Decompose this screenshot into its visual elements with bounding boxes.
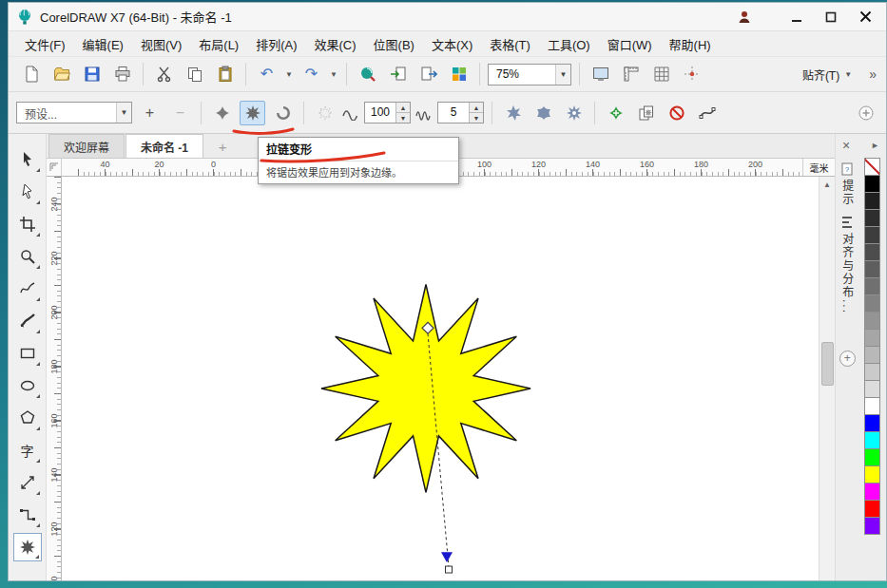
zoom-dropdown-arrow[interactable]: ▼ [555,65,570,85]
menu-item[interactable]: 工具(O) [539,31,599,57]
quick-customize-button[interactable] [853,101,878,125]
freehand-tool[interactable] [13,275,42,303]
menu-item[interactable]: 窗口(W) [599,31,661,57]
menu-item[interactable]: 效果(C) [306,31,365,57]
color-swatch[interactable] [864,260,880,278]
scrollbar-thumb[interactable] [821,342,834,386]
crop-tool[interactable] [13,210,42,238]
menu-item[interactable]: 视图(V) [132,31,190,57]
zoom-level-combobox[interactable]: 75% ▼ [488,64,571,85]
color-swatch[interactable] [864,500,880,518]
no-color-swatch[interactable] [864,158,880,176]
color-swatch[interactable] [864,380,880,398]
push-pull-distortion-button[interactable] [209,101,235,125]
menu-item[interactable]: 文件(F) [16,31,74,57]
color-swatch[interactable] [864,175,880,193]
show-rulers-button[interactable] [618,62,644,86]
pick-tool[interactable] [13,145,42,174]
menu-item[interactable]: 编辑(E) [74,31,132,57]
docker-close-button[interactable]: × [842,138,850,153]
color-swatch[interactable] [864,209,880,227]
preset-combobox[interactable]: 预设... ▼ [16,102,132,123]
color-swatch[interactable] [864,346,880,364]
convert-to-curves-button[interactable] [694,101,720,125]
undo-dropdown[interactable]: ▼ [284,70,294,79]
connector-tool[interactable] [13,501,42,529]
zipper-frequency-spinner[interactable]: 5 ▲▼ [437,102,484,123]
dynamic-guides-button[interactable] [679,62,704,86]
color-swatch[interactable] [864,414,880,432]
menu-item[interactable]: 布局(L) [190,31,247,57]
color-swatch[interactable] [864,397,880,415]
docker-plus-button[interactable]: + [839,351,856,367]
color-swatch[interactable] [864,483,880,501]
color-swatch[interactable] [864,243,880,261]
random-distortion-button[interactable] [500,101,526,125]
snap-to-dropdown[interactable]: 贴齐(T) ▼ [797,63,858,86]
ruler-origin[interactable] [47,159,62,176]
show-grid-button[interactable] [648,62,674,86]
minimize-button[interactable] [780,6,814,28]
menu-item[interactable]: 排列(A) [247,31,305,57]
center-distortion-button[interactable] [603,101,628,125]
add-new-distortion-button[interactable] [312,101,337,125]
scroll-up-arrow[interactable]: ▲ [823,177,831,192]
docker-expand-button[interactable]: ► [871,141,879,150]
clear-distortion-button[interactable] [664,101,689,125]
undo-button[interactable]: ↶ [254,62,280,86]
paste-button[interactable] [212,62,238,86]
color-swatch[interactable] [864,226,880,244]
artistic-media-tool[interactable] [13,307,42,335]
copy-button[interactable] [182,62,207,86]
color-swatch[interactable] [864,277,880,295]
frequency-down-arrow[interactable]: ▼ [470,113,483,123]
app-launcher-button[interactable] [446,62,472,86]
shape-tool[interactable] [13,178,42,206]
menu-item[interactable]: 表格(T) [481,31,539,57]
color-swatch[interactable] [864,329,880,347]
color-swatch[interactable] [864,192,880,210]
remove-preset-button[interactable]: − [167,101,193,125]
search-content-button[interactable] [355,62,380,86]
rectangle-tool[interactable] [13,339,42,368]
docker-tab-align-distribute[interactable]: 对齐与分布... [839,216,856,314]
zipper-amplitude-spinner[interactable]: 100 ▲▼ [364,102,411,123]
redo-dropdown[interactable]: ▼ [329,70,338,79]
new-tab-button[interactable]: + [210,137,235,156]
vertical-ruler[interactable]: 240220200180160140120100 [47,177,62,580]
star-shape[interactable] [321,284,530,492]
copy-distortion-button[interactable] [633,101,659,125]
redo-button[interactable]: ↷ [299,62,324,86]
zipper-frequency-value[interactable]: 5 [438,103,469,123]
color-swatch[interactable] [864,517,880,535]
tab-welcome-screen[interactable]: 欢迎屏幕 [48,134,125,158]
add-preset-button[interactable]: + [137,101,163,125]
import-button[interactable] [385,62,411,86]
toolbar-overflow-button[interactable]: » [869,66,877,82]
distort-tool[interactable] [13,533,42,561]
print-button[interactable] [109,62,135,86]
vertical-scrollbar[interactable]: ▲ [819,177,835,580]
twister-distortion-button[interactable] [270,101,296,125]
menu-item[interactable]: 帮助(H) [661,31,720,57]
zipper-distortion-button[interactable] [240,101,265,125]
account-icon[interactable] [732,6,757,28]
close-button[interactable] [848,6,882,28]
zoom-tool[interactable] [13,242,42,271]
amplitude-up-arrow[interactable]: ▲ [396,103,410,113]
color-swatch[interactable] [864,363,880,381]
distortion-end-handle[interactable] [446,566,453,573]
color-swatch[interactable] [864,294,880,313]
zipper-amplitude-value[interactable]: 100 [365,103,395,123]
export-button[interactable] [415,62,441,86]
menu-item[interactable]: 文本(X) [423,31,481,57]
color-swatch[interactable] [864,448,880,466]
polygon-tool[interactable] [13,404,42,432]
color-swatch[interactable] [864,312,880,330]
drawing-page[interactable] [62,177,819,580]
local-distortion-button[interactable] [561,101,587,125]
frequency-up-arrow[interactable]: ▲ [470,103,483,113]
open-document-button[interactable] [48,62,74,86]
ellipse-tool[interactable] [13,371,42,400]
tab-document[interactable]: 未命名 -1 [125,134,203,158]
